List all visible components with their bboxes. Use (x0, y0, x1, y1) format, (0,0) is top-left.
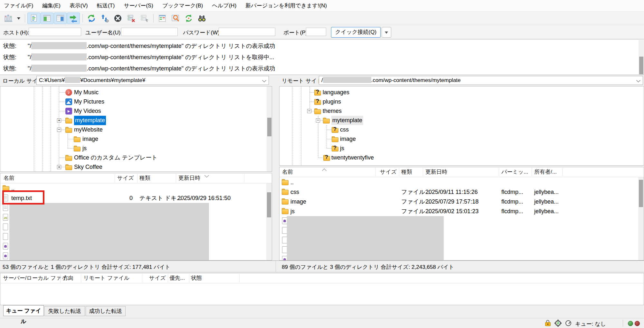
toggle-remote-tree-button[interactable] (54, 13, 67, 24)
toggle-local-tree-button[interactable] (41, 13, 53, 24)
menu-edit[interactable]: 編集(E) (42, 2, 61, 9)
log-scrollbar[interactable] (639, 40, 644, 75)
folder-icon (65, 154, 72, 161)
remote-file-row-js[interactable]: js ファイル ... 2025/09/02 15:01:23 flcdmp..… (279, 206, 644, 216)
remote-tree-item-plugins[interactable]: plugins (279, 97, 644, 106)
column-header-name[interactable]: 名前 (4, 173, 14, 183)
local-tree-item-office-templates[interactable]: Office のカスタム テンプレート (0, 153, 272, 162)
local-tree-item-mytemplate[interactable]: + mytemplate (0, 116, 272, 125)
menu-view[interactable]: 表示(V) (70, 2, 88, 9)
transfer-type-gear-icon[interactable]: A (555, 320, 561, 326)
refresh-button[interactable] (85, 13, 98, 24)
local-tree-item-my-pictures[interactable]: My Pictures (0, 97, 272, 106)
local-tree-item-image[interactable]: image (0, 134, 272, 144)
folder-icon (74, 136, 80, 142)
remote-tree-item-css[interactable]: css (279, 125, 644, 134)
disconnect-button[interactable] (125, 13, 137, 24)
remote-tree-item-image[interactable]: image (279, 134, 644, 144)
remote-file-row-parent[interactable]: .. (279, 178, 644, 187)
column-header-modified[interactable]: 更新日時 (425, 167, 447, 177)
local-list-scrollbar[interactable] (266, 183, 272, 260)
filter-button[interactable] (156, 13, 169, 24)
tree-expander-plus[interactable]: + (57, 118, 61, 123)
tree-item-label: js (82, 144, 87, 153)
local-tree-item-my-music[interactable]: My Music (0, 88, 272, 97)
tab-failed-transfers[interactable]: 失敗した転送 (44, 306, 85, 316)
menu-server[interactable]: サーバー(S) (124, 2, 153, 9)
remote-tree-item-js[interactable]: js (279, 144, 644, 153)
cancel-button[interactable] (111, 13, 124, 24)
quickconnect-dropdown[interactable] (382, 27, 391, 38)
tree-expander-minus[interactable]: − (316, 118, 320, 123)
username-input[interactable] (121, 28, 178, 36)
local-tree-item-my-videos[interactable]: My Videos (0, 106, 272, 116)
menu-bookmarks[interactable]: ブックマーク(B) (162, 2, 203, 9)
menu-new-version[interactable]: 新バージョンを利用できます!(N) (245, 2, 327, 9)
lock-icon[interactable] (545, 320, 551, 326)
folder-icon (314, 108, 321, 114)
log-status-label: 状態: (3, 41, 16, 51)
folder-question-icon (332, 145, 338, 152)
column-header-size[interactable]: サイズ (113, 173, 134, 183)
column-header-modified[interactable]: 更新日時 (178, 173, 200, 183)
menu-file[interactable]: ファイル(F) (4, 2, 33, 9)
remote-file-row-image[interactable]: image ファイル ... 2025/07/29 17:57:18 flcdm… (279, 197, 644, 206)
tree-item-label: myWebsite (74, 125, 103, 134)
local-tree-item-sky-coffee[interactable]: + Sky Coffee (0, 162, 272, 172)
column-header-direction[interactable]: 方向 (63, 273, 74, 283)
column-header-server-local[interactable]: サーバー/ローカル ファイ... (3, 273, 72, 283)
reconnect-button[interactable] (138, 13, 151, 24)
column-header-size[interactable]: サイズ (145, 273, 166, 283)
remote-file-row-css[interactable]: css ファイル ... 2025/09/11 11:15:26 flcdmp.… (279, 187, 644, 197)
tab-queued-files[interactable]: キュー ファイル (3, 305, 44, 316)
site-manager-dropdown[interactable] (15, 13, 22, 24)
password-input[interactable] (219, 28, 275, 36)
column-header-type[interactable]: 種類 (401, 167, 412, 177)
queue-status-text: キュー: なし (575, 320, 606, 328)
speed-limit-icon[interactable] (565, 320, 571, 326)
tree-expander-minus[interactable]: − (307, 109, 311, 113)
remote-tree-item-languages[interactable]: languages (279, 88, 644, 97)
folder-icon (282, 198, 289, 205)
column-header-remote-file[interactable]: リモート ファイル (83, 273, 130, 283)
local-tree-item-mywebsite[interactable]: − myWebsite (0, 125, 272, 134)
tab-successful-transfers[interactable]: 成功した転送 (86, 306, 126, 316)
toggle-message-log-button[interactable] (27, 13, 40, 24)
local-tree-item-js[interactable]: js (0, 144, 272, 153)
menu-help[interactable]: ヘルプ(H) (212, 2, 237, 9)
remote-tree-item-mytemplate[interactable]: − mytemplate (279, 116, 644, 125)
local-site-combobox[interactable]: C:¥Users¥¥Documents¥mytemplate¥ (36, 76, 269, 85)
column-header-size[interactable]: サイズ (376, 167, 397, 177)
column-header-status[interactable]: 状態 (191, 273, 202, 283)
column-header-type[interactable]: 種類 (139, 173, 150, 183)
column-header-priority[interactable]: 優先... (169, 273, 185, 283)
menu-transfer[interactable]: 転送(T) (97, 2, 115, 9)
remote-list-scrollbar[interactable] (638, 177, 644, 260)
tree-item-label: js (340, 144, 344, 153)
remote-tree-item-themes[interactable]: − themes (279, 106, 644, 116)
process-queue-button[interactable] (98, 13, 111, 24)
synchronized-browsing-button[interactable] (182, 13, 195, 24)
remote-site-combobox[interactable]: /.com/wp-content/themes/mytemplate (319, 76, 643, 85)
folder-icon (74, 145, 80, 152)
tree-item-label: image (340, 134, 356, 144)
column-header-permissions[interactable]: パーミッ... (501, 167, 528, 177)
quickconnect-button[interactable]: クイック接続(Q) (331, 27, 381, 38)
site-manager-button[interactable] (2, 13, 15, 24)
directory-comparison-button[interactable] (169, 13, 182, 24)
host-input[interactable] (29, 28, 81, 36)
tree-expander-minus[interactable]: − (57, 128, 61, 132)
column-header-owner[interactable]: 所有者/... (534, 167, 557, 177)
remote-tree-item-twentytwentyfive[interactable]: twentytwentyfive (279, 153, 644, 162)
find-files-button[interactable] (195, 13, 208, 24)
remote-file-list-pane: 名前 サイズ 種類 更新日時 パーミッ... 所有者/... .. css ファ… (279, 167, 644, 260)
chevron-down-icon (636, 78, 640, 82)
local-tree-scrollbar[interactable] (267, 87, 272, 171)
chevron-down-icon (17, 17, 20, 21)
tree-expander-plus[interactable]: + (57, 165, 61, 169)
column-header-name[interactable]: 名前 (282, 167, 293, 177)
annotation-red-box (2, 190, 44, 205)
port-input[interactable] (306, 28, 326, 36)
toggle-transfer-queue-button[interactable] (67, 13, 80, 24)
log-message: "/.com/wp-content/themes/mytemplate" のディ… (28, 63, 275, 74)
